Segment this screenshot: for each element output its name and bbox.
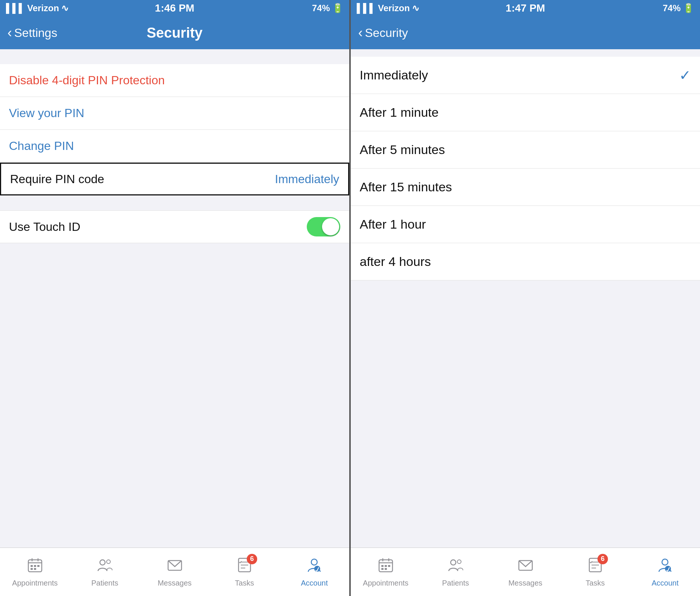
disable-pin-item[interactable]: Disable 4-digit PIN Protection [0, 64, 349, 97]
option-after-5-min[interactable]: After 5 minutes [351, 131, 700, 169]
tasks-badge-right: 6 [597, 554, 608, 564]
tab-messages-left[interactable]: Messages [140, 548, 209, 596]
svg-point-36 [662, 559, 668, 565]
section-gap-1 [0, 49, 349, 64]
tab-account-label-right: Account [652, 579, 678, 587]
back-label-right: Security [365, 26, 408, 40]
battery-icon-right: 🔋 [683, 3, 694, 13]
battery-pct-left: 74% [312, 3, 330, 13]
svg-point-10 [107, 560, 110, 564]
section-gap-2 [0, 195, 349, 210]
svg-rect-6 [37, 565, 40, 567]
envelope-icon-left [167, 557, 183, 577]
tab-patients-left[interactable]: Patients [70, 548, 139, 596]
calendar-icon-left [27, 557, 43, 577]
tab-appointments-left[interactable]: Appointments [0, 548, 70, 596]
person-icon-left [306, 557, 322, 577]
checkmark-immediately: ✓ [679, 67, 691, 84]
disable-pin-label: Disable 4-digit PIN Protection [9, 73, 165, 87]
option-immediately-label: Immediately [360, 68, 428, 82]
svg-point-16 [311, 559, 317, 565]
person-icon-right [657, 557, 673, 577]
tab-appointments-right[interactable]: Appointments [351, 548, 420, 596]
checklist-icon-left: 6 [236, 557, 253, 577]
option-after-1-hour-label: After 1 hour [360, 217, 426, 232]
svg-rect-25 [385, 565, 387, 567]
svg-rect-5 [34, 565, 36, 567]
tab-account-label-left: Account [301, 579, 328, 587]
require-pin-row[interactable]: Require PIN code Immediately [0, 163, 349, 195]
tab-account-right[interactable]: Account [630, 548, 700, 596]
svg-point-9 [100, 560, 105, 565]
envelope-icon-right [517, 557, 534, 577]
svg-point-29 [451, 560, 456, 565]
option-after-5-min-label: After 5 minutes [360, 142, 445, 157]
content-left: Disable 4-digit PIN Protection View your… [0, 49, 349, 548]
tab-account-left[interactable]: Account [280, 548, 349, 596]
touch-id-row: Use Touch ID [0, 210, 349, 243]
option-after-1-min[interactable]: After 1 minute [351, 94, 700, 131]
chevron-right-icon: ‹ [358, 25, 363, 41]
left-panel: ▌▌▌ Verizon ∿ 1:46 PM 74% 🔋 ‹ Settings S… [0, 0, 349, 596]
option-immediately[interactable]: Immediately ✓ [351, 57, 700, 94]
option-after-15-min[interactable]: After 15 minutes [351, 169, 700, 206]
svg-point-30 [457, 560, 461, 564]
battery-pct-right: 74% [663, 3, 681, 13]
tab-tasks-label-right: Tasks [586, 579, 605, 587]
checklist-icon-right: 6 [587, 557, 603, 577]
view-pin-label: View your PIN [9, 106, 84, 120]
tab-bar-right: Appointments Patients Messag [351, 548, 700, 596]
tab-tasks-label-left: Tasks [235, 579, 254, 587]
tab-patients-right[interactable]: Patients [420, 548, 490, 596]
svg-rect-8 [34, 568, 36, 570]
tab-patients-label-right: Patients [442, 579, 469, 587]
left-status-right: ▌▌▌ Verizon ∿ [357, 3, 419, 13]
calendar-icon-right [378, 557, 394, 577]
option-after-15-min-label: After 15 minutes [360, 180, 452, 194]
back-button-right[interactable]: ‹ Security [358, 25, 408, 41]
change-pin-label: Change PIN [9, 139, 74, 153]
tab-bar-left: Appointments Patients Messag [0, 548, 349, 596]
tab-tasks-left[interactable]: 6 Tasks [209, 548, 279, 596]
nav-bar-left: ‹ Settings Security [0, 16, 349, 49]
tab-appointments-label-left: Appointments [12, 579, 58, 587]
empty-space-right [351, 280, 700, 548]
carrier-right: Verizon [378, 3, 410, 13]
signal-icon-right: ▌▌▌ [357, 3, 376, 13]
content-right: Immediately ✓ After 1 minute After 5 min… [351, 49, 700, 548]
tab-messages-right[interactable]: Messages [491, 548, 560, 596]
left-status: ▌▌▌ Verizon ∿ [6, 3, 69, 13]
option-after-1-hour[interactable]: After 1 hour [351, 206, 700, 243]
svg-rect-7 [31, 568, 33, 570]
tab-tasks-right[interactable]: 6 Tasks [560, 548, 630, 596]
status-bar-left: ▌▌▌ Verizon ∿ 1:46 PM 74% 🔋 [0, 0, 349, 16]
section-gap-right [351, 49, 700, 57]
right-panel: ▌▌▌ Verizon ∿ 1:47 PM 74% 🔋 ‹ Security I… [351, 0, 700, 596]
option-after-4-hours[interactable]: after 4 hours [351, 243, 700, 280]
svg-rect-24 [381, 565, 384, 567]
back-label-left: Settings [14, 26, 57, 40]
svg-rect-28 [385, 568, 387, 570]
time-left: 1:46 PM [155, 2, 195, 14]
carrier-left: Verizon [27, 3, 59, 13]
wifi-icon-left: ∿ [61, 3, 69, 13]
back-button-left[interactable]: ‹ Settings [7, 25, 57, 41]
tasks-badge-left: 6 [247, 554, 257, 564]
change-pin-item[interactable]: Change PIN [0, 130, 349, 163]
tab-patients-label-left: Patients [91, 579, 118, 587]
tab-appointments-label-right: Appointments [363, 579, 409, 587]
touch-id-toggle[interactable] [307, 217, 340, 236]
view-pin-item[interactable]: View your PIN [0, 97, 349, 130]
time-right: 1:47 PM [506, 2, 545, 14]
svg-rect-27 [381, 568, 384, 570]
option-after-1-min-label: After 1 minute [360, 105, 439, 120]
right-status-left: 74% 🔋 [312, 3, 343, 13]
option-after-4-hours-label: after 4 hours [360, 254, 431, 269]
nav-title-left: Security [147, 25, 203, 41]
svg-rect-4 [31, 565, 33, 567]
require-pin-value: Immediately [275, 172, 340, 186]
empty-space-left [0, 243, 349, 548]
right-status-right: 74% 🔋 [663, 3, 694, 13]
status-bar-right: ▌▌▌ Verizon ∿ 1:47 PM 74% 🔋 [351, 0, 700, 16]
signal-icon: ▌▌▌ [6, 3, 25, 13]
